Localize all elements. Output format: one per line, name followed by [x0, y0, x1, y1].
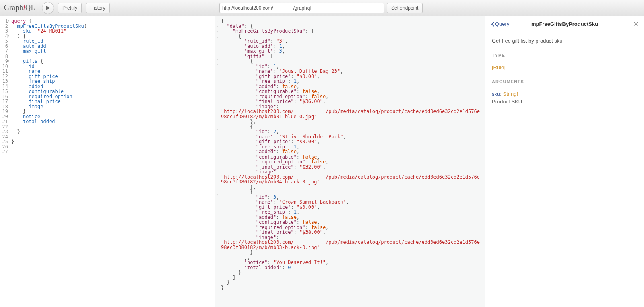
doc-header: Query mpFreeGiftsByProductSku	[485, 16, 644, 32]
close-icon	[634, 21, 638, 26]
doc-args-heading: ARGUMENTS	[492, 79, 638, 87]
doc-arg-name: sku	[492, 91, 500, 97]
prettify-button[interactable]: Prettify	[58, 3, 82, 13]
doc-argument: sku: String! Product SKU	[492, 91, 638, 105]
play-icon	[45, 5, 50, 11]
endpoint-group: Set endpoint	[219, 3, 423, 13]
doc-arg-desc: Product SKU	[492, 99, 638, 105]
doc-type-heading: TYPE	[492, 53, 638, 60]
doc-body: Get free gift list by product sku TYPE […	[485, 32, 644, 110]
set-endpoint-button[interactable]: Set endpoint	[387, 3, 423, 13]
query-code[interactable]: query { mpFreeGiftsByProductSku( sku: "2…	[10, 16, 215, 307]
endpoint-input[interactable]	[219, 3, 384, 13]
main: 1234567891011121314151617181920212223242…	[0, 16, 644, 307]
result-json[interactable]: { "data": { "mpFreeGiftsByProductSku": […	[215, 16, 485, 293]
logo: GraphiQL	[4, 4, 35, 12]
query-editor[interactable]: 1234567891011121314151617181920212223242…	[0, 16, 215, 307]
toolbar: GraphiQL Prettify History Set endpoint	[0, 0, 644, 16]
doc-arg-type[interactable]: String!	[503, 91, 518, 97]
doc-explorer: Query mpFreeGiftsByProductSku Get free g…	[485, 16, 644, 307]
doc-type-link[interactable]: [Rule]	[492, 64, 506, 70]
result-pane: { "data": { "mpFreeGiftsByProductSku": […	[215, 16, 485, 307]
doc-description: Get free gift list by product sku	[492, 38, 638, 44]
chevron-left-icon	[491, 22, 494, 27]
history-button[interactable]: History	[86, 3, 109, 13]
doc-back-button[interactable]: Query	[491, 21, 509, 27]
execute-button[interactable]	[42, 2, 54, 14]
doc-close-button[interactable]	[634, 21, 638, 28]
